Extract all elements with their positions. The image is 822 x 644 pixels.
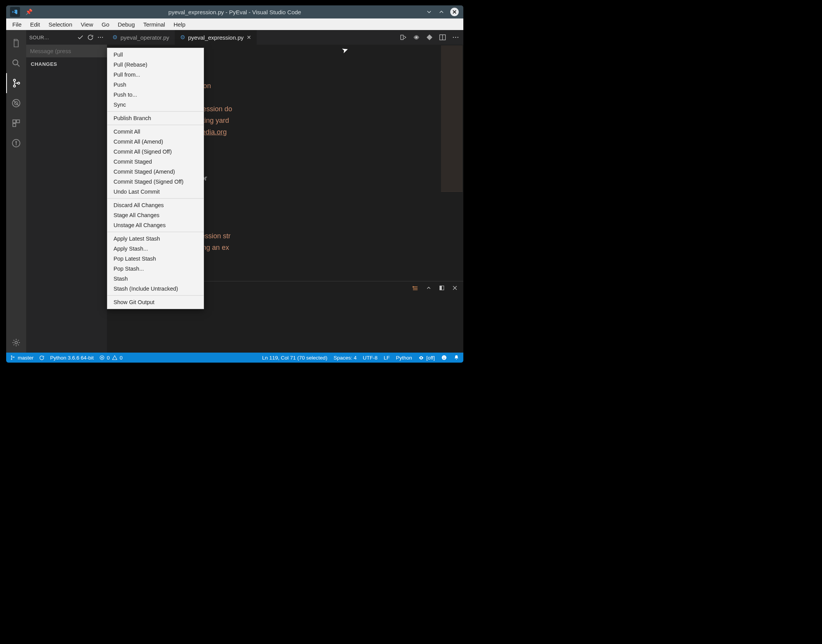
menu-discard-all[interactable]: Discard All Changes bbox=[107, 200, 204, 210]
svg-point-1 bbox=[13, 79, 15, 81]
commit-check-icon[interactable] bbox=[77, 34, 84, 41]
svg-point-16 bbox=[416, 37, 418, 38]
debug-icon[interactable] bbox=[6, 93, 26, 113]
diff-icon[interactable] bbox=[426, 33, 433, 41]
menu-sync[interactable]: Sync bbox=[107, 100, 204, 110]
svg-rect-6 bbox=[13, 120, 16, 123]
more-actions-icon[interactable] bbox=[97, 34, 104, 41]
menu-publish-branch[interactable]: Publish Branch bbox=[107, 113, 204, 123]
menu-edit[interactable]: Edit bbox=[26, 20, 44, 29]
compare-changes-icon[interactable] bbox=[399, 33, 407, 41]
status-bell-icon[interactable] bbox=[453, 355, 459, 361]
svg-point-14 bbox=[102, 37, 103, 38]
titlebar: 📌 pyeval_expression.py - PyEval - Visual… bbox=[6, 5, 463, 18]
maximize-button[interactable] bbox=[438, 8, 445, 15]
menu-help[interactable]: Help bbox=[170, 20, 189, 29]
menu-pull-rebase[interactable]: Pull (Rebase) bbox=[107, 60, 204, 70]
menu-view[interactable]: View bbox=[77, 20, 97, 29]
gitlens-toggle-icon[interactable] bbox=[413, 33, 420, 41]
menu-pop-stash[interactable]: Pop Stash... bbox=[107, 264, 204, 274]
status-language[interactable]: Python bbox=[396, 355, 412, 361]
changes-section[interactable]: CHANGES bbox=[26, 57, 107, 71]
menu-commit-staged-amend[interactable]: Commit Staged (Amend) bbox=[107, 167, 204, 177]
menu-stage-all[interactable]: Stage All Changes bbox=[107, 210, 204, 220]
refresh-icon[interactable] bbox=[87, 34, 94, 41]
menu-show-git-output[interactable]: Show Git Output bbox=[107, 297, 204, 307]
menu-apply-latest-stash[interactable]: Apply Latest Stash bbox=[107, 234, 204, 244]
svg-rect-8 bbox=[13, 124, 16, 127]
status-sync-icon[interactable] bbox=[39, 355, 45, 361]
menu-pop-latest-stash[interactable]: Pop Latest Stash bbox=[107, 254, 204, 264]
editor-more-icon[interactable] bbox=[452, 33, 459, 41]
menu-commit-all-signed[interactable]: Commit All (Signed Off) bbox=[107, 147, 204, 157]
gitlens-icon[interactable] bbox=[6, 133, 26, 153]
clear-console-icon[interactable] bbox=[412, 285, 419, 292]
status-problems[interactable]: 0 0 bbox=[99, 355, 123, 361]
scm-header: SOUR… bbox=[29, 35, 74, 40]
menu-commit-all[interactable]: Commit All bbox=[107, 127, 204, 137]
scm-sidebar: SOUR… CHANGES bbox=[26, 30, 107, 353]
tab-pyeval-operator[interactable]: ⚙ pyeval_operator.py bbox=[107, 30, 175, 45]
menu-push[interactable]: Push bbox=[107, 80, 204, 90]
pin-icon[interactable]: 📌 bbox=[25, 8, 33, 15]
commit-message-input[interactable] bbox=[26, 45, 107, 57]
svg-rect-22 bbox=[440, 286, 442, 290]
settings-gear-icon[interactable] bbox=[6, 333, 26, 353]
status-spaces[interactable]: Spaces: 4 bbox=[334, 355, 357, 361]
menu-selection[interactable]: Selection bbox=[45, 20, 76, 29]
panel-close-icon[interactable] bbox=[452, 285, 458, 292]
menu-unstage-all[interactable]: Unstage All Changes bbox=[107, 220, 204, 230]
menu-stash-untracked[interactable]: Stash (Include Untracked) bbox=[107, 284, 204, 294]
vscode-app-icon bbox=[10, 7, 20, 17]
vscode-window: 📌 pyeval_expression.py - PyEval - Visual… bbox=[6, 5, 463, 363]
svg-point-20 bbox=[458, 37, 459, 38]
svg-rect-15 bbox=[401, 35, 403, 40]
svg-rect-7 bbox=[17, 120, 20, 123]
svg-point-28 bbox=[442, 355, 446, 360]
window-close-button[interactable] bbox=[450, 8, 459, 16]
scm-icon[interactable] bbox=[6, 73, 26, 93]
status-eol[interactable]: LF bbox=[384, 355, 390, 361]
menu-commit-staged[interactable]: Commit Staged bbox=[107, 157, 204, 167]
menu-debug[interactable]: Debug bbox=[114, 20, 139, 29]
scm-context-menu: Pull Pull (Rebase) Pull from... Push Pus… bbox=[107, 48, 204, 309]
menu-stash[interactable]: Stash bbox=[107, 274, 204, 284]
menu-commit-all-amend[interactable]: Commit All (Amend) bbox=[107, 137, 204, 147]
explorer-icon[interactable] bbox=[6, 33, 26, 53]
menu-commit-staged-signed[interactable]: Commit Staged (Signed Off) bbox=[107, 177, 204, 187]
search-icon[interactable] bbox=[6, 53, 26, 73]
python-file-icon: ⚙ bbox=[112, 34, 117, 41]
panel-maximize-icon[interactable] bbox=[439, 285, 445, 292]
split-editor-icon[interactable] bbox=[439, 33, 446, 41]
python-file-icon: ⚙ bbox=[180, 34, 185, 41]
menu-go[interactable]: Go bbox=[98, 20, 113, 29]
svg-point-2 bbox=[13, 85, 15, 87]
tab-pyeval-expression[interactable]: ⚙ pyeval_expression.py ✕ bbox=[175, 30, 257, 45]
status-live-share[interactable]: [off] bbox=[418, 355, 435, 361]
menu-apply-stash[interactable]: Apply Stash... bbox=[107, 244, 204, 254]
menu-undo-commit[interactable]: Undo Last Commit bbox=[107, 187, 204, 197]
svg-point-0 bbox=[13, 60, 18, 65]
menubar: File Edit Selection View Go Debug Termin… bbox=[6, 18, 463, 30]
menu-push-to[interactable]: Push to... bbox=[107, 90, 204, 100]
close-tab-icon[interactable]: ✕ bbox=[247, 34, 251, 40]
extensions-icon[interactable] bbox=[6, 113, 26, 133]
status-cursor[interactable]: Ln 119, Col 71 (70 selected) bbox=[262, 355, 327, 361]
status-bar: master Python 3.6.6 64-bit 0 0 Ln 119, C… bbox=[6, 353, 463, 363]
svg-point-23 bbox=[11, 356, 12, 356]
menu-terminal[interactable]: Terminal bbox=[139, 20, 169, 29]
status-branch[interactable]: master bbox=[10, 355, 33, 361]
svg-point-27 bbox=[420, 357, 422, 358]
svg-point-19 bbox=[455, 37, 456, 38]
svg-point-11 bbox=[15, 341, 18, 344]
minimap[interactable] bbox=[441, 45, 463, 192]
menu-file[interactable]: File bbox=[8, 20, 25, 29]
status-feedback-icon[interactable] bbox=[441, 355, 447, 361]
svg-point-12 bbox=[98, 37, 99, 38]
minimize-button[interactable] bbox=[426, 8, 433, 15]
status-encoding[interactable]: UTF-8 bbox=[363, 355, 378, 361]
menu-pull-from[interactable]: Pull from... bbox=[107, 70, 204, 80]
panel-up-icon[interactable] bbox=[426, 285, 432, 292]
menu-pull[interactable]: Pull bbox=[107, 50, 204, 60]
status-python[interactable]: Python 3.6.6 64-bit bbox=[50, 355, 94, 361]
